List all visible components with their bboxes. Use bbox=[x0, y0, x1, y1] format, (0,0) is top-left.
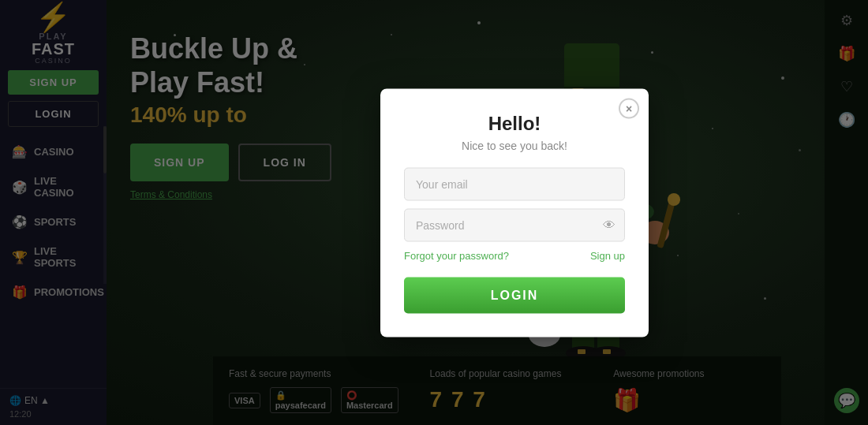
modal-close-button[interactable]: × bbox=[619, 98, 639, 118]
login-modal: × Hello! Nice to see you back! 👁 Forgot … bbox=[380, 88, 649, 337]
forgot-password-link[interactable]: Forgot your password? bbox=[404, 249, 509, 261]
toggle-password-icon[interactable]: 👁 bbox=[603, 218, 615, 232]
modal-title: Hello! bbox=[404, 112, 625, 134]
modal-subtitle: Nice to see you back! bbox=[404, 139, 625, 151]
sign-up-link[interactable]: Sign up bbox=[590, 249, 625, 261]
password-input[interactable] bbox=[404, 208, 625, 241]
modal-login-button[interactable]: LOGIN bbox=[404, 277, 625, 313]
password-wrapper: 👁 bbox=[404, 208, 625, 241]
email-input[interactable] bbox=[404, 167, 625, 200]
modal-links: Forgot your password? Sign up bbox=[404, 249, 625, 261]
